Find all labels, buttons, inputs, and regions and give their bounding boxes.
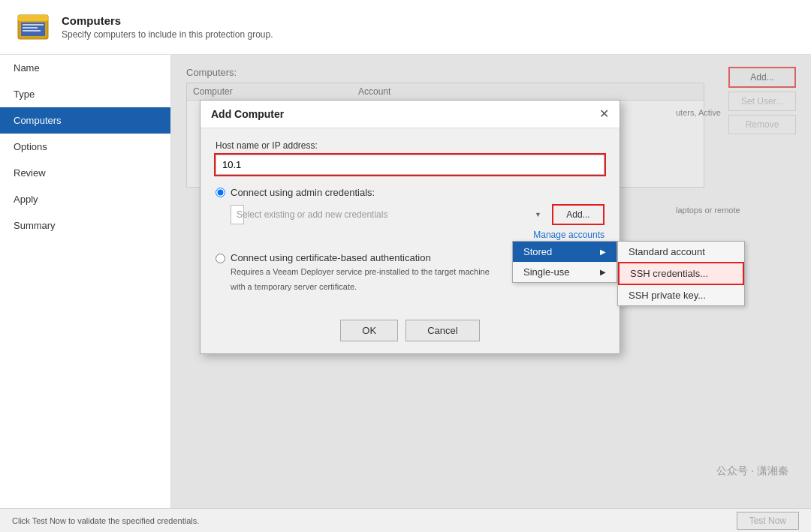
cancel-button[interactable]: Cancel xyxy=(406,320,479,341)
manage-accounts-link[interactable]: Manage accounts xyxy=(231,230,604,240)
credentials-row: Select existing or add new credentials A… xyxy=(231,204,604,225)
dialog-close-button[interactable]: ✕ xyxy=(599,108,609,120)
standard-account-item[interactable]: Standard account xyxy=(618,242,744,262)
host-field-label: Host name or IP address: xyxy=(216,140,604,151)
credentials-select[interactable] xyxy=(231,205,244,224)
right-panel: Computers: Computer Account Add... Set U… xyxy=(171,55,811,508)
cert-description-line2: with a temporary server certificate. xyxy=(231,281,490,293)
single-use-arrow-icon: ▶ xyxy=(600,268,606,276)
dialog-title-bar: Add Computer ✕ xyxy=(200,101,620,128)
header-title: Computers xyxy=(62,14,273,27)
ssh-private-key-item[interactable]: SSH private key... xyxy=(618,285,744,305)
credentials-type-submenu: Standard account SSH credentials... SSH … xyxy=(617,241,745,306)
ssh-credentials-item[interactable]: SSH credentials... xyxy=(618,262,744,285)
select-placeholder-text: Select existing or add new credentials xyxy=(237,209,387,220)
stored-dropdown: Stored ▶ Single-use ▶ xyxy=(512,241,617,283)
wizard-header: Computers Specify computers to include i… xyxy=(0,0,811,55)
test-now-button[interactable]: Test Now xyxy=(737,512,799,530)
svg-rect-3 xyxy=(23,24,44,26)
ok-button[interactable]: OK xyxy=(340,320,398,341)
admin-credentials-radio[interactable] xyxy=(216,188,225,197)
stored-arrow-icon: ▶ xyxy=(600,248,606,256)
sidebar: Name Type Computers Options Review Apply… xyxy=(0,55,171,508)
dialog-title: Add Computer xyxy=(211,108,284,120)
host-input[interactable] xyxy=(216,155,604,175)
single-use-item[interactable]: Single-use ▶ xyxy=(513,262,617,282)
admin-credentials-radio-row: Connect using admin credentials: xyxy=(216,187,604,198)
stored-item[interactable]: Stored ▶ xyxy=(513,242,617,262)
status-text: Click Test Now to validate the specified… xyxy=(12,516,199,525)
cert-auth-label: Connect using certificate-based authenti… xyxy=(231,252,490,263)
sidebar-item-apply[interactable]: Apply xyxy=(0,186,170,212)
svg-rect-5 xyxy=(23,30,41,32)
admin-credentials-label: Connect using admin credentials: xyxy=(231,187,375,198)
sidebar-item-options[interactable]: Options xyxy=(0,134,170,160)
add-computer-dialog: Add Computer ✕ Host name or IP address: … xyxy=(200,100,620,354)
credentials-add-button[interactable]: Add... xyxy=(552,204,604,225)
cert-auth-radio[interactable] xyxy=(216,254,225,263)
status-bar: Click Test Now to validate the specified… xyxy=(0,508,811,532)
cert-description-line1: Requires a Veeam Deployer service pre-in… xyxy=(231,266,490,278)
sidebar-item-computers[interactable]: Computers xyxy=(0,107,170,134)
header-text-block: Computers Specify computers to include i… xyxy=(62,14,273,40)
dialog-footer: OK Cancel xyxy=(200,320,620,341)
header-icon xyxy=(15,9,51,45)
sidebar-item-review[interactable]: Review xyxy=(0,160,170,186)
svg-rect-1 xyxy=(18,15,48,21)
main-content: Name Type Computers Options Review Apply… xyxy=(0,55,811,508)
sidebar-item-summary[interactable]: Summary xyxy=(0,212,170,239)
svg-rect-4 xyxy=(23,27,38,29)
cert-auth-text-block: Connect using certificate-based authenti… xyxy=(231,252,490,293)
credentials-select-wrapper: Select existing or add new credentials xyxy=(231,205,547,224)
sidebar-item-type[interactable]: Type xyxy=(0,81,170,107)
watermark: 公众号 · 潇湘秦 xyxy=(716,464,788,478)
header-subtitle: Specify computers to include in this pro… xyxy=(62,29,273,40)
sidebar-item-name[interactable]: Name xyxy=(0,55,170,81)
